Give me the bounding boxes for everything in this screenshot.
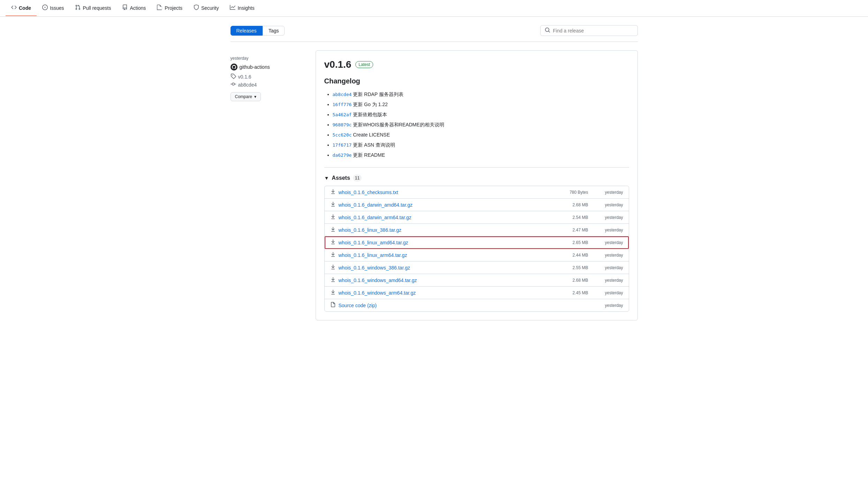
nav-item-actions[interactable]: Actions <box>116 0 151 16</box>
release-title-row: v0.1.6 Latest <box>324 59 629 70</box>
release-version: v0.1.6 <box>324 59 352 70</box>
commit-message-5: Create LICENSE <box>353 132 390 138</box>
sidebar-commit-value: ab8cde4 <box>238 82 257 88</box>
asset-size-windows-arm64: 2.45 MB <box>553 290 588 295</box>
tab-buttons: Releases Tags <box>231 26 285 36</box>
compare-button[interactable]: Compare ▾ <box>231 92 261 101</box>
asset-date-linux-386: yesterday <box>588 228 623 232</box>
changelog-list: ab8cde4 更新 RDAP 服务器列表 16ff776 更新 Go 为 1.… <box>324 91 629 159</box>
commit-link-2[interactable]: 16ff776 <box>333 102 352 107</box>
asset-size-checksums: 780 Bytes <box>553 190 588 195</box>
download-icon-5 <box>330 239 336 246</box>
nav-item-code[interactable]: Code <box>6 0 37 16</box>
top-nav: Code Issues Pull requests Actions Projec… <box>0 0 868 17</box>
asset-size-windows-386: 2.55 MB <box>553 265 588 270</box>
tags-tab[interactable]: Tags <box>263 26 285 36</box>
asset-row-darwin-amd64: whois_0.1.6_darwin_amd64.tar.gz 2.68 MB … <box>325 199 629 211</box>
sidebar-tag-value: v0.1.6 <box>238 74 251 80</box>
asset-date-windows-386: yesterday <box>588 265 623 270</box>
changelog-item-2: 16ff776 更新 Go 为 1.22 <box>333 101 629 108</box>
search-input[interactable] <box>553 28 633 34</box>
releases-header: Releases Tags <box>231 25 638 42</box>
commit-message-6: 更新 ASN 查询说明 <box>353 142 395 148</box>
asset-row-source-zip: Source code (zip) yesterday <box>325 299 629 311</box>
nav-label-code: Code <box>19 5 31 11</box>
asset-size-linux-amd64: 2.65 MB <box>553 240 588 245</box>
asset-link-linux-amd64[interactable]: whois_0.1.6_linux_amd64.tar.gz <box>330 239 553 246</box>
asset-row-checksums: whois_0.1.6_checksums.txt 780 Bytes yest… <box>325 186 629 199</box>
author-name: github-actions <box>240 64 270 70</box>
asset-date-linux-arm64: yesterday <box>588 253 623 258</box>
asset-link-linux-arm64[interactable]: whois_0.1.6_linux_arm64.tar.gz <box>330 252 553 258</box>
changelog-title: Changelog <box>324 77 629 85</box>
commit-link-7[interactable]: da6279e <box>333 153 352 158</box>
asset-link-windows-arm64[interactable]: whois_0.1.6_windows_arm64.tar.gz <box>330 289 553 296</box>
download-icon-7 <box>330 264 336 271</box>
commit-message-7: 更新 README <box>353 152 385 158</box>
asset-link-linux-386[interactable]: whois_0.1.6_linux_386.tar.gz <box>330 227 553 233</box>
search-icon <box>545 27 550 34</box>
content-layout: yesterday github-actions v0.1.6 ab8cde4 <box>231 50 638 320</box>
releases-tab[interactable]: Releases <box>231 26 263 36</box>
changelog-item-5: 5cc620c Create LICENSE <box>333 131 629 139</box>
asset-row-linux-386: whois_0.1.6_linux_386.tar.gz 2.47 MB yes… <box>325 224 629 236</box>
asset-link-darwin-amd64[interactable]: whois_0.1.6_darwin_amd64.tar.gz <box>330 201 553 208</box>
asset-date-source-zip: yesterday <box>588 303 623 308</box>
assets-header[interactable]: ▼ Assets 11 <box>324 175 629 182</box>
asset-row-linux-amd64: whois_0.1.6_linux_amd64.tar.gz 2.65 MB y… <box>325 236 629 249</box>
compare-chevron-icon: ▾ <box>254 94 256 99</box>
asset-link-darwin-arm64[interactable]: whois_0.1.6_darwin_arm64.tar.gz <box>330 214 553 221</box>
assets-table: whois_0.1.6_checksums.txt 780 Bytes yest… <box>324 186 629 312</box>
asset-row-windows-arm64: whois_0.1.6_windows_arm64.tar.gz 2.45 MB… <box>325 287 629 299</box>
nav-items: Code Issues Pull requests Actions Projec… <box>6 0 260 16</box>
commit-link-4[interactable]: 968079c <box>333 122 352 127</box>
commit-link-6[interactable]: 17f6717 <box>333 142 352 148</box>
actions-icon <box>122 5 128 11</box>
github-actions-icon <box>231 64 237 71</box>
assets-count: 11 <box>353 175 362 182</box>
asset-link-windows-amd64[interactable]: whois_0.1.6_windows_amd64.tar.gz <box>330 277 553 283</box>
changelog-item-3: 5a462af 更新依赖包版本 <box>333 111 629 118</box>
insights-icon <box>230 5 235 11</box>
commit-message-2: 更新 Go 为 1.22 <box>353 102 388 107</box>
asset-size-linux-arm64: 2.44 MB <box>553 253 588 258</box>
asset-size-windows-amd64: 2.68 MB <box>553 278 588 283</box>
nav-label-issues: Issues <box>50 5 64 11</box>
asset-link-source-zip[interactable]: Source code (zip) <box>330 302 553 309</box>
asset-date-checksums: yesterday <box>588 190 623 195</box>
compare-label: Compare <box>235 94 252 99</box>
separator <box>324 167 629 168</box>
assets-title: Assets <box>332 175 350 181</box>
commit-link-3[interactable]: 5a462af <box>333 112 352 117</box>
nav-item-insights[interactable]: Insights <box>224 0 260 16</box>
changelog-item-4: 968079c 更新WHOIS服务器和README的相关说明 <box>333 121 629 128</box>
nav-label-actions: Actions <box>130 5 146 11</box>
nav-item-projects[interactable]: Projects <box>151 0 188 16</box>
sidebar-tag: v0.1.6 <box>231 73 307 80</box>
nav-label-pr: Pull requests <box>83 5 111 11</box>
commit-message-1: 更新 RDAP 服务器列表 <box>353 91 403 97</box>
asset-link-windows-386[interactable]: whois_0.1.6_windows_386.tar.gz <box>330 264 553 271</box>
asset-date-darwin-arm64: yesterday <box>588 215 623 220</box>
asset-size-darwin-amd64: 2.68 MB <box>553 202 588 207</box>
nav-item-issues[interactable]: Issues <box>37 0 69 16</box>
asset-link-checksums[interactable]: whois_0.1.6_checksums.txt <box>330 189 553 195</box>
commit-link-5[interactable]: 5cc620c <box>333 132 352 138</box>
nav-item-security[interactable]: Security <box>188 0 225 16</box>
asset-row-windows-amd64: whois_0.1.6_windows_amd64.tar.gz 2.68 MB… <box>325 274 629 287</box>
pull-requests-icon <box>75 5 81 11</box>
asset-date-linux-amd64: yesterday <box>588 240 623 245</box>
nav-label-security: Security <box>201 5 219 11</box>
asset-date-windows-arm64: yesterday <box>588 290 623 295</box>
download-icon-9 <box>330 289 336 296</box>
projects-icon <box>157 5 163 11</box>
commit-link-1[interactable]: ab8cde4 <box>333 92 352 97</box>
commit-message-4: 更新WHOIS服务器和README的相关说明 <box>353 122 444 127</box>
asset-size-linux-386: 2.47 MB <box>553 228 588 232</box>
nav-item-pull-requests[interactable]: Pull requests <box>69 0 116 16</box>
asset-date-darwin-amd64: yesterday <box>588 202 623 207</box>
asset-row-darwin-arm64: whois_0.1.6_darwin_arm64.tar.gz 2.54 MB … <box>325 211 629 224</box>
security-icon <box>194 5 199 11</box>
asset-row-windows-386: whois_0.1.6_windows_386.tar.gz 2.55 MB y… <box>325 261 629 274</box>
search-box[interactable] <box>540 25 638 36</box>
